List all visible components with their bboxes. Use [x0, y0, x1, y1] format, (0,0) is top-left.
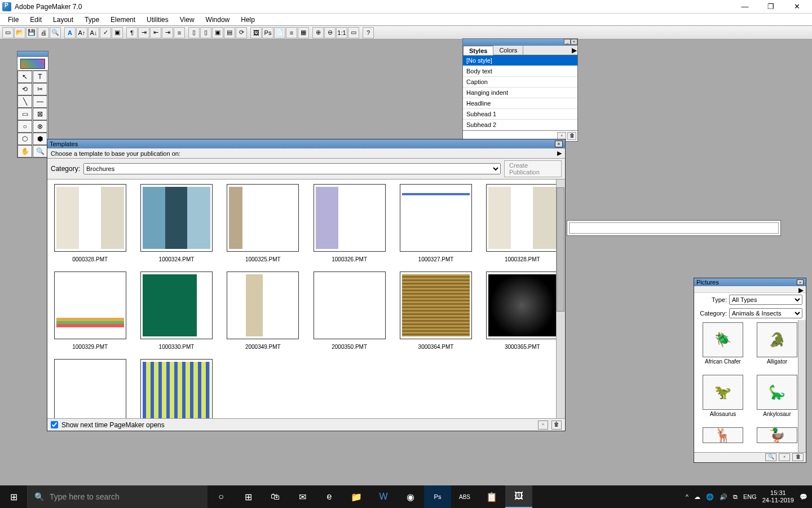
style-item-body-text[interactable]: Body text: [463, 66, 577, 77]
picture-palette-icon[interactable]: ▦: [298, 27, 309, 38]
taskbar-search[interactable]: 🔍 Type here to search: [27, 485, 208, 508]
menu-layout[interactable]: Layout: [47, 15, 79, 25]
style-item-subhead-2[interactable]: Subhead 2: [463, 120, 577, 130]
ellipse-frame-tool-icon[interactable]: ⊗: [33, 120, 47, 133]
menu-element[interactable]: Element: [105, 15, 141, 25]
templates-titlebar[interactable]: Templates ×: [47, 139, 565, 148]
tray-chevron-icon[interactable]: ^: [686, 493, 689, 500]
panel-menu-icon[interactable]: ▶: [571, 46, 577, 55]
template-item[interactable]: 1000325.PMT: [225, 184, 301, 262]
style-item-subhead-1[interactable]: Subhead 1: [463, 109, 577, 120]
tray-clock[interactable]: 15:31 24-11-2019: [762, 489, 794, 504]
template-item[interactable]: 3000364.PMT: [398, 271, 474, 350]
increase-font-icon[interactable]: A↑: [76, 27, 87, 38]
tray-volume-icon[interactable]: 🔊: [720, 493, 727, 501]
create-publication-button[interactable]: Create Publication: [504, 160, 562, 177]
templates-menu-icon[interactable]: ▶: [557, 150, 562, 157]
tray-dropbox-icon[interactable]: ⧉: [733, 493, 738, 501]
picture-item[interactable]: 🦖Allosaurus: [698, 375, 748, 424]
zoom-tool-icon[interactable]: 🔍: [33, 145, 47, 157]
tabs-icon[interactable]: ⇥: [138, 27, 149, 38]
template-item[interactable]: 2000350.PMT: [311, 271, 387, 350]
pointer-tool-icon[interactable]: ↖: [17, 71, 32, 83]
remove-pages-icon[interactable]: ▯: [200, 27, 211, 38]
photoshop-icon[interactable]: Ps: [424, 485, 451, 508]
pagemaker-taskbar-icon[interactable]: 🖼: [505, 485, 532, 508]
template-item[interactable]: 1000326.PMT: [311, 184, 387, 262]
pictures-menu-icon[interactable]: ▶: [798, 286, 804, 292]
constrained-line-tool-icon[interactable]: —: [33, 95, 47, 108]
picture-item[interactable]: 🪲African Chafer: [698, 322, 748, 371]
template-item[interactable]: 2000349.PMT: [225, 271, 301, 350]
menu-window[interactable]: Window: [200, 15, 236, 25]
tab-colors[interactable]: Colors: [493, 46, 523, 55]
templates-footer-place-icon[interactable]: ▫: [538, 421, 548, 430]
photoshop-icon[interactable]: Ps: [262, 27, 273, 38]
char-icon[interactable]: A: [64, 27, 76, 38]
pictures-close-icon[interactable]: ×: [797, 279, 804, 285]
template-item[interactable]: 3000365.PMT: [484, 271, 561, 350]
picture-item[interactable]: 🦕Ankylosaur: [752, 375, 802, 424]
rectangle-tool-icon[interactable]: ▭: [17, 108, 32, 120]
chrome-icon[interactable]: ◉: [397, 485, 424, 508]
template-item[interactable]: 1000329.PMT: [52, 271, 128, 350]
delete-style-icon[interactable]: 🗑: [567, 132, 576, 140]
template-item[interactable]: 1000327.PMT: [398, 184, 474, 262]
mail-icon[interactable]: ✉: [289, 485, 316, 508]
zoom-out-icon[interactable]: ⊖: [324, 27, 336, 38]
insert-pages-icon[interactable]: ▯: [188, 27, 200, 38]
toolbox-titlebar[interactable]: [17, 51, 48, 57]
menu-type[interactable]: Type: [79, 15, 105, 25]
open-icon[interactable]: 📂: [14, 27, 25, 38]
task-view-icon[interactable]: ⊞: [235, 485, 262, 508]
spellcheck-icon[interactable]: ✓: [100, 27, 111, 38]
template-item[interactable]: [138, 359, 214, 418]
tray-network-icon[interactable]: 🌐: [706, 493, 714, 501]
indent-icon[interactable]: ⇤: [150, 27, 161, 38]
save-icon[interactable]: 💾: [26, 27, 37, 38]
picture-item[interactable]: 🦆: [752, 427, 802, 450]
fit-window-icon[interactable]: ▭: [348, 27, 359, 38]
place-icon[interactable]: 🖼: [250, 27, 262, 38]
bullets-icon[interactable]: ≡: [174, 27, 185, 38]
outdent-icon[interactable]: ⇥: [162, 27, 173, 38]
tray-notifications-icon[interactable]: 💬: [800, 493, 807, 501]
close-button[interactable]: ✕: [784, 0, 810, 14]
template-item[interactable]: 1000330.PMT: [138, 271, 214, 350]
new-icon[interactable]: ▭: [2, 27, 14, 38]
edge-icon[interactable]: e: [316, 485, 343, 508]
menu-utilities[interactable]: Utilities: [141, 15, 174, 25]
pictures-place-icon[interactable]: ▫: [779, 453, 790, 461]
app-icon-2[interactable]: 📋: [478, 485, 505, 508]
polygon-frame-tool-icon[interactable]: ⬢: [33, 133, 47, 145]
start-button[interactable]: ⊞: [0, 485, 27, 508]
app-icon-1[interactable]: ABS: [451, 485, 478, 508]
pictures-delete-icon[interactable]: 🗑: [792, 453, 804, 461]
pictures-category-select[interactable]: Animals & Insects: [729, 308, 802, 318]
templates-scrollbar[interactable]: [556, 179, 565, 418]
menu-file[interactable]: File: [2, 15, 24, 25]
picture-item[interactable]: 🦌: [698, 427, 748, 450]
actual-size-icon[interactable]: 1:1: [336, 27, 347, 38]
style-item-no-style[interactable]: [No style]: [463, 55, 577, 66]
fill-icon[interactable]: ▣: [112, 27, 123, 38]
update-links-icon[interactable]: ⟳: [236, 27, 247, 38]
category-select[interactable]: Brochures: [83, 163, 501, 174]
word-icon[interactable]: W: [370, 485, 397, 508]
template-item[interactable]: 0000328.PMT: [52, 184, 128, 262]
panel-minimize-icon[interactable]: _: [564, 39, 571, 45]
templates-footer-delete-icon[interactable]: 🗑: [551, 421, 562, 430]
style-item-caption[interactable]: Caption: [463, 77, 577, 87]
menu-help[interactable]: Help: [235, 15, 261, 25]
zoom-in-icon[interactable]: ⊕: [312, 27, 324, 38]
styles-panel-titlebar[interactable]: _ ×: [463, 39, 577, 46]
text-tool-icon[interactable]: T: [33, 71, 47, 83]
pictures-scrollbar[interactable]: [798, 320, 806, 452]
style-item-hanging-indent[interactable]: Hanging indent: [463, 87, 577, 98]
find-icon[interactable]: 🔍: [50, 27, 61, 38]
decrease-font-icon[interactable]: A↓: [88, 27, 99, 38]
pictures-type-select[interactable]: All Types: [729, 295, 802, 305]
line-tool-icon[interactable]: ╲: [17, 95, 32, 108]
tab-styles[interactable]: Styles: [463, 46, 493, 55]
cortana-icon[interactable]: ○: [208, 485, 235, 508]
